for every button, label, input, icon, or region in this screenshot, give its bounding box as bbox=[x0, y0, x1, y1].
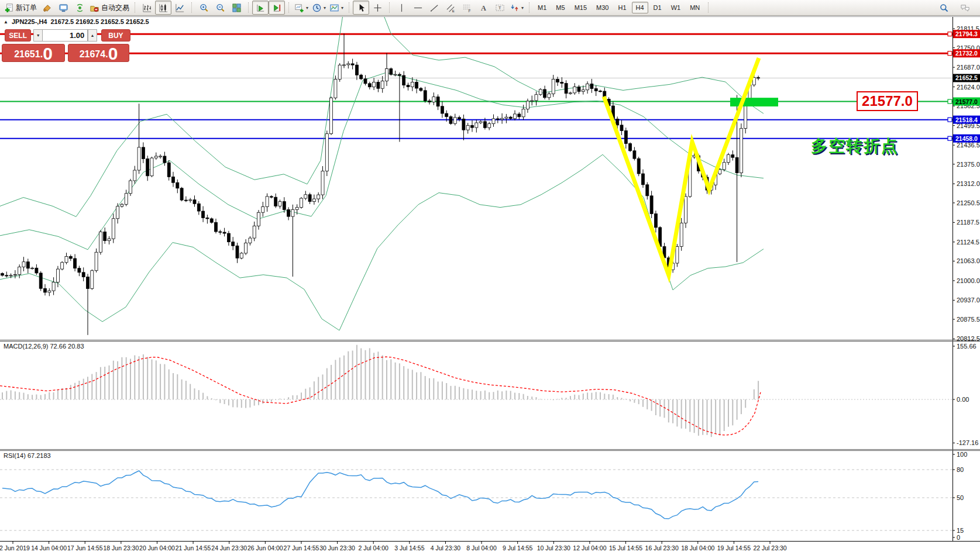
timeframe-w1-button[interactable]: W1 bbox=[667, 2, 685, 13]
toolbar-separator bbox=[248, 2, 249, 13]
toolbar-chat-button[interactable] bbox=[957, 1, 973, 15]
time-axis-label: 9 Jul 14:55 bbox=[503, 544, 533, 551]
time-axis-label: 16 Jul 23:30 bbox=[645, 544, 679, 551]
svg-text:21624.0: 21624.0 bbox=[957, 84, 980, 91]
toolbar-button-label: 自动交易 bbox=[101, 3, 129, 13]
toolbar-chart-shift-button[interactable] bbox=[269, 1, 285, 15]
timeframe-m5-button[interactable]: M5 bbox=[552, 2, 569, 13]
toolbar-line-chart-button[interactable] bbox=[171, 1, 188, 15]
svg-text:21687.0: 21687.0 bbox=[957, 64, 980, 71]
toolbar-crosshair-button[interactable] bbox=[369, 1, 386, 15]
buy-price-main: 21674 bbox=[80, 47, 106, 61]
toolbar-horizontal-line-button[interactable] bbox=[410, 1, 426, 15]
toolbar-arrows-button[interactable]: ▾ bbox=[508, 1, 525, 15]
svg-text:0.00: 0.00 bbox=[957, 396, 969, 403]
one-click-trade-panel: SELL ▼ 1.00 ▲ BUY 21651.0 21674.0 bbox=[2, 29, 130, 62]
chevron-down-icon: ▾ bbox=[324, 5, 326, 11]
svg-text:20875.5: 20875.5 bbox=[957, 316, 980, 323]
toolbar-fibonacci-button[interactable]: F bbox=[459, 1, 475, 15]
time-axis-label: 30 Jun 23:30 bbox=[319, 544, 355, 551]
svg-text:A: A bbox=[481, 4, 486, 12]
toolbar-zoom-in-button[interactable] bbox=[195, 1, 212, 15]
price-annotation-box[interactable]: 21577.0 bbox=[857, 91, 918, 111]
toolbar-bars-chart-button[interactable] bbox=[139, 1, 155, 15]
timeframe-h4-button[interactable]: H4 bbox=[632, 2, 648, 13]
sell-price-pip: 0 bbox=[43, 46, 53, 61]
svg-text:-127.16: -127.16 bbox=[957, 439, 978, 446]
toolbar-styles-button[interactable] bbox=[39, 1, 55, 15]
ohlc-values: 21672.5 21692.5 21652.5 21652.5 bbox=[50, 18, 149, 25]
volume-input[interactable]: 1.00 bbox=[42, 29, 88, 42]
volume-decrease-button[interactable]: ▼ bbox=[33, 29, 42, 42]
autotrade-icon bbox=[90, 3, 99, 13]
time-axis-label: 12 Jul 04:00 bbox=[573, 544, 606, 551]
chart-title: ▲ JPN225-,H4 21672.5 21692.5 21652.5 216… bbox=[4, 18, 149, 25]
toolbar-signal-button[interactable] bbox=[71, 1, 88, 15]
time-axis-label: 17 Jun 14:55 bbox=[67, 544, 103, 551]
time-axis-label: 4 Jul 23:30 bbox=[431, 544, 461, 551]
toolbar-separator bbox=[708, 2, 709, 13]
svg-text:F: F bbox=[468, 8, 470, 12]
toolbar-vertical-line-button[interactable] bbox=[393, 1, 410, 15]
time-axis-label: 19 Jul 14:55 bbox=[717, 544, 751, 551]
svg-text:100: 100 bbox=[957, 451, 967, 458]
collapse-panel-icon[interactable]: ▲ bbox=[4, 19, 8, 25]
timeframe-m30-button[interactable]: M30 bbox=[592, 2, 613, 13]
toolbar-zoom-out-button[interactable] bbox=[212, 1, 228, 15]
buy-price-display[interactable]: 21674.0 bbox=[68, 44, 129, 62]
toolbar-separator bbox=[349, 2, 349, 13]
macd-indicator-label: MACD(12,26,9) 72.66 20.83 bbox=[4, 343, 84, 350]
chart-canvas[interactable]: 21811.521750.021687.021624.021562.521499… bbox=[0, 0, 980, 555]
sell-button[interactable]: SELL bbox=[5, 29, 31, 42]
toolbar-auto-scroll-button[interactable] bbox=[252, 1, 269, 15]
svg-text:21794.3: 21794.3 bbox=[955, 30, 978, 37]
chat-icon bbox=[960, 3, 970, 13]
toolbar-periods-button[interactable]: ▾ bbox=[310, 1, 328, 15]
svg-text:0: 0 bbox=[957, 534, 960, 541]
vertical-line-icon bbox=[397, 3, 407, 13]
timeframe-h1-button[interactable]: H1 bbox=[614, 2, 630, 13]
main-toolbar: 新订单自动交易▾▾▾EFAT▾M1M5M15M30H1H4D1W1MN bbox=[0, 0, 980, 16]
auto-scroll-icon bbox=[256, 3, 266, 13]
timeframe-m1-button[interactable]: M1 bbox=[534, 2, 551, 13]
svg-text:T: T bbox=[498, 5, 501, 11]
svg-text:21577.0: 21577.0 bbox=[955, 98, 978, 105]
search-icon bbox=[939, 3, 949, 13]
bars-chart-icon bbox=[142, 3, 152, 13]
buy-button[interactable]: BUY bbox=[101, 29, 130, 42]
toolbar-autotrade-button[interactable]: 自动交易 bbox=[88, 1, 131, 15]
toolbar-new-order-button[interactable]: 新订单 bbox=[2, 1, 39, 15]
svg-text:21312.0: 21312.0 bbox=[957, 180, 980, 187]
sell-price-display[interactable]: 21651.0 bbox=[2, 44, 65, 62]
svg-text:E: E bbox=[452, 8, 454, 12]
time-axis-label: 20 Jun 04:00 bbox=[139, 544, 175, 551]
text-icon: A bbox=[479, 3, 489, 13]
time-axis-label: 3 Jul 14:55 bbox=[394, 544, 425, 551]
timeframe-d1-button[interactable]: D1 bbox=[649, 2, 666, 13]
toolbar-templates-button[interactable]: ▾ bbox=[328, 1, 345, 15]
toolbar-equidistant-channel-button[interactable]: E bbox=[442, 1, 459, 15]
toolbar-separator bbox=[529, 2, 529, 13]
toolbar-trend-line-button[interactable] bbox=[426, 1, 442, 15]
crosshair-icon bbox=[373, 3, 383, 13]
toolbar-text-label-button[interactable]: T bbox=[491, 1, 508, 15]
sell-price-main: 21651 bbox=[14, 47, 40, 61]
rsi-indicator-label: RSI(14) 67.2183 bbox=[4, 452, 51, 459]
toolbar-profiles-button[interactable] bbox=[55, 1, 71, 15]
toolbar-tile-windows-button[interactable] bbox=[228, 1, 245, 15]
toolbar-search-button[interactable] bbox=[936, 1, 952, 15]
toolbar-text-button[interactable]: A bbox=[475, 1, 491, 15]
toolbar-button-label: 新订单 bbox=[16, 3, 37, 13]
trend-line-icon bbox=[429, 3, 439, 13]
time-axis-label: 8 Jul 04:00 bbox=[466, 544, 497, 551]
svg-text:15: 15 bbox=[957, 527, 964, 534]
svg-text:155.66: 155.66 bbox=[957, 343, 976, 350]
timeframe-m15-button[interactable]: M15 bbox=[570, 2, 591, 13]
volume-increase-button[interactable]: ▲ bbox=[88, 29, 97, 42]
toolbar-candle-chart-button[interactable] bbox=[155, 1, 171, 15]
toolbar-new-chart-button[interactable]: ▾ bbox=[293, 1, 310, 15]
timeframe-mn-button[interactable]: MN bbox=[686, 2, 704, 13]
candle-chart-icon bbox=[159, 3, 169, 13]
toolbar-cursor-button[interactable] bbox=[353, 1, 369, 15]
svg-text:21732.0: 21732.0 bbox=[955, 50, 978, 57]
